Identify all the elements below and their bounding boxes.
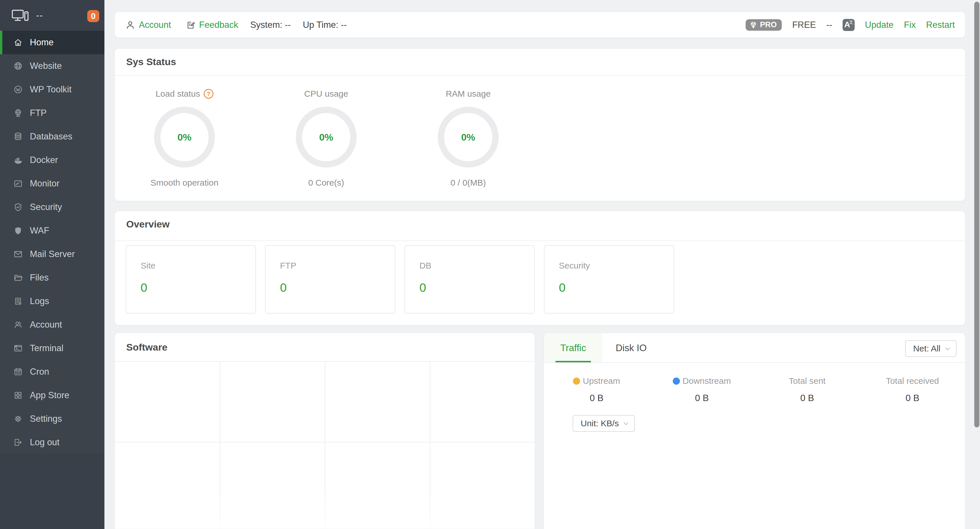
gauge-label: Load status [156, 89, 200, 98]
total-received-stat: Total received 0 B [860, 376, 965, 404]
stat-label: Total received [886, 376, 939, 386]
traffic-panel: Traffic Disk IO Net: All Upstream 0 B Do… [544, 333, 965, 529]
gauge-detail: 0 / 0(MB) [408, 178, 528, 187]
sidebar-item-docker[interactable]: Docker [0, 148, 104, 172]
upstream-dot [573, 378, 580, 385]
sidebar-header: -- 0 [0, 0, 104, 31]
stat-label: Downstream [682, 376, 731, 386]
sidebar-item-label: Terminal [30, 343, 64, 353]
restart-link[interactable]: Restart [926, 20, 955, 30]
card-value: 0 [559, 281, 565, 295]
logs-icon [13, 296, 23, 306]
users-icon [13, 320, 23, 330]
sidebar-item-files[interactable]: Files [0, 266, 104, 289]
sidebar-item-logs[interactable]: Logs [0, 289, 104, 313]
shield-check-icon [13, 202, 23, 212]
sidebar-item-cron[interactable]: Cron [0, 360, 104, 384]
grid-line [430, 361, 430, 529]
terminal-icon [13, 343, 23, 353]
stat-value: 0 B [860, 393, 965, 404]
page-scrollbar-thumb[interactable] [974, 2, 979, 427]
diamond-icon [749, 21, 758, 29]
ftp-icon [13, 108, 23, 118]
top-bar: Account Feedback System: -- Up Time: -- … [115, 12, 965, 38]
total-sent-stat: Total sent 0 B [754, 376, 860, 404]
sidebar-item-account[interactable]: Account [0, 313, 104, 337]
sidebar-item-log-out[interactable]: Log out [0, 431, 104, 454]
software-panel: Software [115, 333, 535, 529]
notification-badge[interactable]: 0 [87, 10, 99, 22]
pro-badge[interactable]: PRO [746, 19, 782, 31]
sidebar-item-app-store[interactable]: App Store [0, 384, 104, 407]
gauge-label: RAM usage [446, 89, 491, 98]
stat-value: 0 B [649, 393, 754, 404]
sys-status-panel: Sys Status Load status ? 0% Smooth opera… [115, 49, 965, 201]
top-bar-right: PRO FREE -- A 文 Update Fix Restart [746, 19, 955, 31]
sidebar-item-label: WAF [30, 226, 49, 236]
load-status-gauge: Load status ? 0% Smooth operation [124, 49, 245, 187]
stat-label: Upstream [583, 376, 620, 386]
net-filter-value: Net: All [913, 344, 940, 353]
gauge-detail: 0 Core(s) [266, 178, 387, 187]
net-filter-select[interactable]: Net: All [905, 340, 956, 357]
card-label: Security [559, 261, 590, 270]
gauge-label: CPU usage [304, 89, 348, 98]
account-link[interactable]: Account [139, 20, 171, 30]
sidebar-item-label: App Store [30, 390, 69, 400]
gauge-value: 0% [177, 132, 191, 143]
sidebar-item-label: Logs [30, 296, 49, 307]
gauge-ring: 0% [154, 107, 215, 168]
gauge-value: 0% [461, 132, 475, 143]
sidebar: -- 0 Home Website WP Toolkit FTP Databas… [0, 0, 104, 529]
sidebar-item-label: Account [30, 319, 62, 330]
grid-line [220, 361, 220, 529]
help-icon[interactable]: ? [204, 89, 213, 98]
card-label: Site [141, 261, 156, 270]
sidebar-item-wp-toolkit[interactable]: WP Toolkit [0, 78, 104, 101]
docker-icon [13, 155, 23, 165]
sidebar-item-label: Security [30, 202, 62, 212]
downstream-stat: Downstream 0 B [649, 376, 754, 404]
fix-link[interactable]: Fix [904, 20, 916, 30]
site-count-card[interactable]: Site 0 [126, 245, 256, 313]
sidebar-item-terminal[interactable]: Terminal [0, 337, 104, 360]
tab-disk-io[interactable]: Disk IO [603, 333, 660, 363]
sidebar-item-label: Settings [30, 414, 62, 424]
sidebar-item-settings[interactable]: Settings [0, 407, 104, 431]
card-value: 0 [280, 281, 286, 295]
language-icon[interactable]: A 文 [843, 19, 854, 31]
sidebar-item-mail-server[interactable]: Mail Server [0, 242, 104, 266]
system-info: System: -- [250, 20, 291, 30]
sidebar-item-ftp[interactable]: FTP [0, 101, 104, 125]
sidebar-item-waf[interactable]: WAF [0, 219, 104, 242]
tab-traffic[interactable]: Traffic [544, 333, 603, 363]
sidebar-item-label: Website [30, 61, 62, 71]
sidebar-item-label: Cron [30, 367, 49, 377]
ftp-count-card[interactable]: FTP 0 [265, 245, 395, 313]
grid-icon [13, 391, 23, 400]
sidebar-item-website[interactable]: Website [0, 54, 104, 78]
globe-icon [13, 61, 23, 71]
sidebar-item-label: Files [30, 273, 48, 283]
db-count-card[interactable]: DB 0 [404, 245, 535, 313]
server-icon [11, 10, 29, 22]
stat-label: Total sent [789, 376, 826, 386]
upstream-stat: Upstream 0 B [544, 376, 649, 404]
divider [544, 362, 965, 363]
sidebar-item-databases[interactable]: Databases [0, 125, 104, 148]
chevron-down-icon [944, 345, 951, 354]
sidebar-menu: Home Website WP Toolkit FTP Databases Do… [0, 31, 104, 454]
chevron-down-icon [622, 420, 630, 429]
sidebar-item-security[interactable]: Security [0, 195, 104, 219]
feedback-link[interactable]: Feedback [199, 20, 238, 30]
update-link[interactable]: Update [865, 20, 894, 30]
card-value: 0 [419, 281, 426, 295]
gauge-ring: 0% [296, 107, 356, 168]
traffic-stats: Upstream 0 B Downstream 0 B Total sent 0… [544, 376, 965, 404]
stat-value: 0 B [544, 393, 649, 404]
wordpress-icon [13, 85, 23, 94]
security-count-card[interactable]: Security 0 [544, 245, 674, 313]
unit-filter-select[interactable]: Unit: KB/s [573, 415, 635, 432]
sidebar-item-monitor[interactable]: Monitor [0, 172, 104, 195]
sidebar-item-home[interactable]: Home [0, 31, 104, 54]
